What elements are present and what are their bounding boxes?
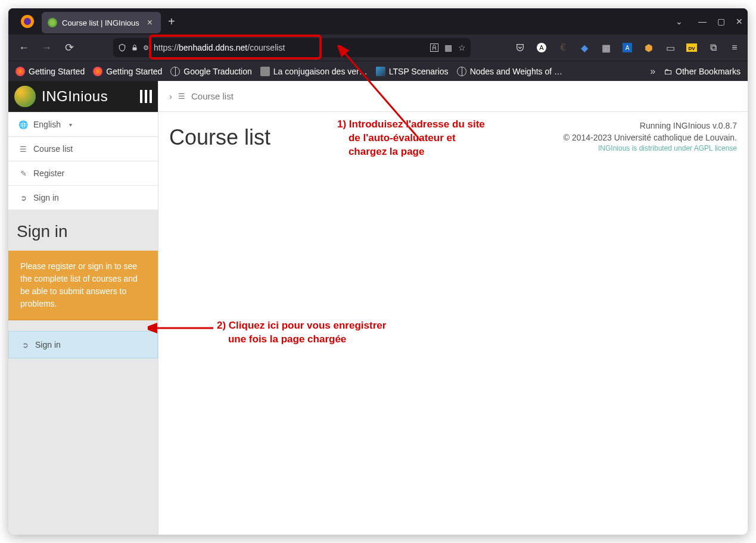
main-area: › ☰ Course list Course list Running INGI… [158, 81, 748, 535]
bookmark-item[interactable]: Google Traduction [170, 67, 251, 76]
signin-button-label: Sign in [35, 340, 61, 349]
forward-button[interactable]: → [38, 42, 55, 54]
breadcrumb: › ☰ Course list [158, 81, 748, 112]
firefox-icon [20, 14, 35, 29]
toolbar-extension-icons: A € ◆ ▦ A ⬢ ▭ DV ⧉ ≡ [514, 42, 741, 54]
window-controls: ⌄ — ▢ ✕ [676, 17, 743, 26]
close-tab-icon[interactable]: × [145, 17, 155, 28]
bookmark-favicon-icon [15, 67, 25, 76]
url-path: /courselist [247, 43, 285, 52]
sidebar-item-label: Sign in [33, 193, 59, 202]
bookmark-label: LTSP Scenarios [389, 67, 449, 76]
chevron-right-icon: › [169, 91, 172, 101]
tab-favicon-icon [48, 18, 57, 27]
toolbar: ← → ⟳ ⚙ https://benhadid.ddns.net/course… [8, 35, 748, 61]
bookmark-item[interactable]: Nodes and Weights of … [457, 67, 562, 76]
svg-text:DV: DV [688, 46, 695, 51]
app-menu-icon[interactable]: ≡ [729, 42, 741, 54]
bookmark-favicon-icon [170, 67, 180, 76]
signin-notice: Please register or sign in to see the co… [8, 251, 158, 320]
folder-icon: 🗀 [664, 67, 672, 76]
ext-icon-e[interactable]: A [621, 42, 633, 54]
bookmark-label: Getting Started [106, 67, 162, 76]
url-scheme: https:// [154, 43, 179, 52]
pocket-icon[interactable] [514, 42, 526, 54]
lock-icon[interactable] [131, 44, 138, 51]
ext-icon-d[interactable]: ▦ [600, 42, 612, 54]
footer-info: Running INGInious v.0.8.7 © 2014-2023 Un… [564, 120, 737, 154]
url-text: https://benhadid.ddns.net/courselist [154, 43, 425, 52]
caret-down-icon: ▾ [69, 121, 72, 128]
annotation-text-2: 2) Cliquez ici pour vous enregistrer une… [217, 319, 386, 347]
bookmark-item[interactable]: LTSP Scenarios [376, 67, 449, 76]
other-bookmarks-button[interactable]: 🗀 Other Bookmarks [664, 67, 741, 76]
new-tab-button[interactable]: + [168, 15, 175, 29]
bookmark-label: La conjugaison des ver… [273, 67, 368, 76]
brand-bar: INGInious [8, 81, 158, 112]
ext-icon-c[interactable]: ◆ [578, 42, 590, 54]
signin-button[interactable]: ➲ Sign in [8, 331, 158, 358]
bookmark-item[interactable]: La conjugaison des ver… [260, 67, 368, 76]
reload-button[interactable]: ⟳ [61, 41, 77, 54]
minimize-button[interactable]: — [698, 17, 707, 26]
svg-text:A: A [539, 44, 544, 51]
svg-point-1 [24, 18, 31, 25]
page-content: INGInious 🌐 English ▾ ☰ Course list ✎ Re… [8, 81, 748, 535]
shield-icon[interactable] [118, 43, 126, 52]
sidebar-item-label: Register [33, 168, 64, 178]
language-selector[interactable]: 🌐 English ▾ [8, 112, 158, 137]
url-domain: benhadid.ddns.net [179, 43, 247, 52]
bookmark-favicon-icon [93, 67, 102, 76]
globe-icon: 🌐 [19, 120, 27, 129]
ext-icon-h[interactable]: DV [686, 42, 698, 54]
bookmark-favicon-icon [376, 67, 385, 76]
footer-copyright: © 2014-2023 Université catholique de Lou… [564, 132, 737, 144]
annotation-arrow-2 [148, 319, 219, 337]
tabs-dropdown-icon[interactable]: ⌄ [676, 17, 683, 26]
footer-version: Running INGInious v.0.8.7 [564, 120, 737, 132]
ext-icon-a[interactable]: A [536, 42, 547, 54]
titlebar: Course list | INGInious × + ⌄ — ▢ ✕ [8, 8, 748, 35]
browser-tab[interactable]: Course list | INGInious × [42, 12, 161, 33]
permissions-icon[interactable]: ⚙ [143, 44, 149, 52]
bookmark-favicon-icon [457, 67, 466, 76]
other-bookmarks-label: Other Bookmarks [676, 67, 741, 76]
maximize-button[interactable]: ▢ [717, 17, 725, 26]
bookmark-label: Getting Started [29, 67, 85, 76]
language-label: English [33, 120, 61, 129]
bookmarks-bar: Getting Started Getting Started Google T… [8, 61, 748, 81]
url-bar[interactable]: ⚙ https://benhadid.ddns.net/courselist 🄰… [113, 38, 471, 57]
sidebar-item-register[interactable]: ✎ Register [8, 161, 158, 186]
ext-icon-b[interactable]: € [557, 42, 569, 54]
bookmarks-overflow-icon[interactable]: » [650, 66, 655, 77]
sidebar-toggle-button[interactable] [140, 90, 152, 103]
ext-icon-g[interactable]: ▭ [664, 42, 676, 54]
brand-logo-icon [14, 86, 36, 107]
footer-license-link[interactable]: INGInious is distributed under AGPL lice… [564, 143, 737, 154]
translate-icon[interactable]: 🄰 [430, 43, 438, 52]
bookmark-label: Google Traduction [183, 67, 251, 76]
bookmark-label: Nodes and Weights of … [470, 67, 562, 76]
ext-icon-f[interactable]: ⬢ [643, 42, 655, 54]
sidebar-item-label: Course list [33, 144, 73, 154]
bookmark-item[interactable]: Getting Started [93, 67, 162, 76]
bookmark-star-icon[interactable]: ☆ [458, 43, 466, 52]
extensions-icon[interactable]: ⧉ [707, 42, 719, 54]
pencil-icon: ✎ [19, 169, 27, 178]
svg-rect-2 [133, 48, 137, 51]
sidebar-item-course-list[interactable]: ☰ Course list [8, 137, 158, 161]
bookmark-item[interactable]: Getting Started [15, 67, 85, 76]
signin-icon: ➲ [19, 194, 27, 202]
sidebar: INGInious 🌐 English ▾ ☰ Course list ✎ Re… [8, 81, 158, 535]
signin-icon: ➲ [21, 341, 29, 349]
breadcrumb-label: Course list [191, 91, 234, 101]
list-icon: ☰ [178, 92, 185, 101]
signin-header: Sign in [8, 210, 158, 251]
close-window-button[interactable]: ✕ [736, 17, 743, 26]
qr-icon[interactable]: ▦ [444, 43, 452, 52]
svg-text:A: A [626, 45, 630, 51]
bookmark-favicon-icon [260, 67, 270, 76]
back-button[interactable]: ← [15, 42, 32, 54]
tab-title: Course list | INGInious [62, 18, 139, 27]
sidebar-item-signin[interactable]: ➲ Sign in [8, 186, 158, 210]
